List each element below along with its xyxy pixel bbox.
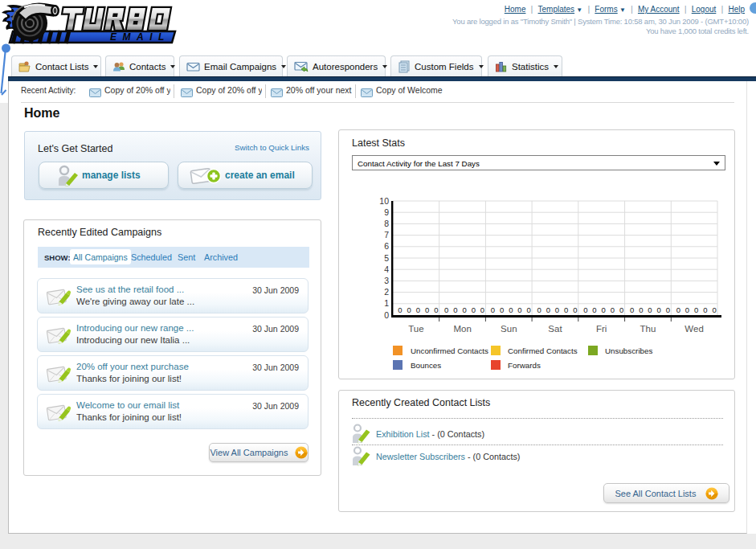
svg-text:0: 0 xyxy=(592,305,596,314)
svg-text:1: 1 xyxy=(384,298,389,308)
svg-text:7: 7 xyxy=(384,230,389,240)
svg-text:0: 0 xyxy=(527,305,531,314)
svg-text:0: 0 xyxy=(537,305,541,314)
svg-text:0: 0 xyxy=(416,305,420,314)
svg-text:Thu: Thu xyxy=(640,324,656,334)
svg-text:0: 0 xyxy=(517,305,521,314)
svg-text:0: 0 xyxy=(472,305,476,314)
svg-text:0: 0 xyxy=(611,305,615,314)
svg-text:0: 0 xyxy=(685,305,689,314)
svg-text:0: 0 xyxy=(384,310,389,320)
svg-text:9: 9 xyxy=(384,207,389,217)
svg-text:0: 0 xyxy=(546,305,550,314)
svg-text:0: 0 xyxy=(573,305,577,314)
svg-text:0: 0 xyxy=(425,305,429,314)
svg-text:0: 0 xyxy=(712,305,716,314)
svg-text:Sun: Sun xyxy=(501,324,517,334)
svg-text:0: 0 xyxy=(666,305,670,314)
svg-text:0: 0 xyxy=(480,305,484,314)
svg-text:0: 0 xyxy=(619,305,623,314)
svg-text:0: 0 xyxy=(564,305,568,314)
svg-text:0: 0 xyxy=(648,305,652,314)
svg-text:0: 0 xyxy=(453,305,457,314)
svg-text:0: 0 xyxy=(434,305,438,314)
svg-text:3: 3 xyxy=(384,276,389,285)
svg-text:2: 2 xyxy=(384,287,389,297)
svg-text:6: 6 xyxy=(384,241,389,251)
svg-text:0: 0 xyxy=(407,305,411,314)
svg-text:Wed: Wed xyxy=(684,324,703,334)
svg-text:5: 5 xyxy=(384,253,389,263)
svg-text:0: 0 xyxy=(656,305,660,314)
svg-text:10: 10 xyxy=(379,196,389,206)
svg-text:0: 0 xyxy=(555,305,559,314)
svg-text:0: 0 xyxy=(398,305,402,314)
svg-text:0: 0 xyxy=(602,305,606,314)
svg-text:0: 0 xyxy=(491,305,495,314)
svg-text:0: 0 xyxy=(583,305,587,314)
svg-text:Fri: Fri xyxy=(596,324,607,334)
svg-text:4: 4 xyxy=(384,264,389,274)
svg-text:0: 0 xyxy=(639,305,643,314)
svg-text:0: 0 xyxy=(462,305,466,314)
svg-text:0: 0 xyxy=(703,305,707,314)
svg-text:0: 0 xyxy=(509,305,513,314)
svg-text:Tue: Tue xyxy=(408,324,423,334)
svg-text:0: 0 xyxy=(500,305,504,314)
svg-text:Mon: Mon xyxy=(453,324,471,334)
svg-text:Sat: Sat xyxy=(548,324,562,334)
svg-text:0: 0 xyxy=(630,305,634,314)
svg-text:0: 0 xyxy=(444,305,448,314)
svg-text:0: 0 xyxy=(694,305,698,314)
svg-text:0: 0 xyxy=(676,305,680,314)
svg-text:8: 8 xyxy=(384,219,389,228)
